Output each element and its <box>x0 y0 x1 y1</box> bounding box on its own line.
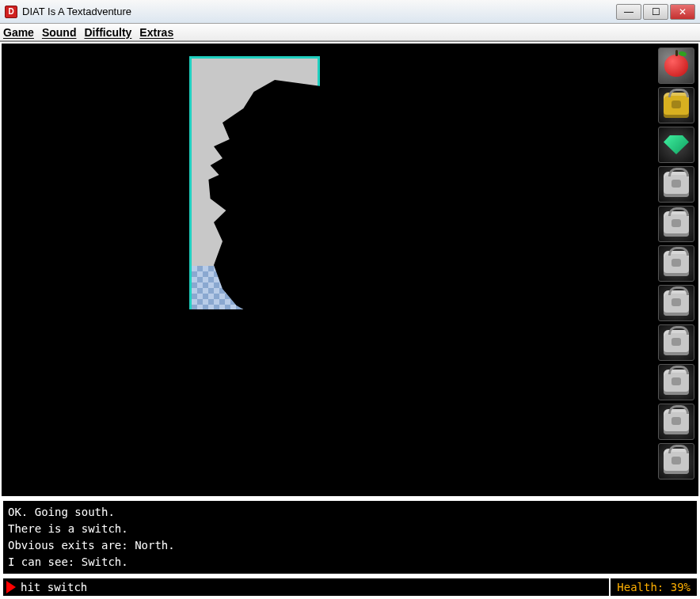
prompt-arrow-icon <box>6 581 16 593</box>
inventory-slot-gem[interactable] <box>658 127 694 163</box>
inventory-panel <box>658 47 694 480</box>
backpack-icon <box>664 172 689 197</box>
inventory-slot-empty[interactable] <box>658 245 694 282</box>
application-window: D DIAT Is A Textadventure — ☐ ✕ Game Sou… <box>0 0 700 599</box>
inventory-slot-empty[interactable] <box>658 324 694 361</box>
apple-icon <box>664 55 688 77</box>
menu-bar: Game Sound Difficulty Extras <box>0 24 700 41</box>
maximize-button[interactable]: ☐ <box>643 4 668 20</box>
inventory-slot-empty[interactable] <box>658 285 694 321</box>
backpack-icon <box>664 370 689 395</box>
inventory-slot-empty[interactable] <box>658 166 694 203</box>
text-log: OK. Going south. There is a switch. Obvi… <box>2 499 698 575</box>
window-controls: — ☐ ✕ <box>614 4 695 20</box>
inventory-slot-backpack-gold[interactable] <box>658 87 694 123</box>
inventory-slot-empty[interactable] <box>658 443 694 480</box>
game-area: OK. Going south. There is a switch. Obvi… <box>0 41 700 599</box>
menu-extras[interactable]: Extras <box>139 26 173 39</box>
backpack-icon <box>664 211 689 237</box>
app-icon: D <box>5 6 17 18</box>
inventory-slot-empty[interactable] <box>658 364 694 400</box>
inventory-slot-apple[interactable] <box>658 47 694 84</box>
command-input[interactable] <box>21 581 609 593</box>
backpack-icon <box>664 290 689 316</box>
backpack-icon <box>664 251 689 276</box>
scene-graphic <box>189 56 320 309</box>
backpack-icon <box>664 409 689 434</box>
health-status: Health: 39% <box>609 578 697 596</box>
menu-sound[interactable]: Sound <box>42 26 77 39</box>
gem-icon <box>664 135 689 154</box>
log-line: OK. Going south. <box>8 504 692 521</box>
backpack-icon <box>664 330 689 355</box>
titlebar[interactable]: D DIAT Is A Textadventure — ☐ ✕ <box>0 0 700 24</box>
menu-game[interactable]: Game <box>3 26 34 39</box>
log-line: There is a switch. <box>8 521 692 537</box>
scene-viewport <box>2 44 698 496</box>
close-button[interactable]: ✕ <box>670 4 695 20</box>
log-line: Obvious exits are: North. <box>8 537 692 554</box>
inventory-slot-empty[interactable] <box>658 404 694 440</box>
log-line: I can see: Switch. <box>8 554 692 571</box>
command-bar: Health: 39% <box>2 577 698 597</box>
menu-difficulty[interactable]: Difficulty <box>84 26 131 39</box>
inventory-slot-empty[interactable] <box>658 206 694 242</box>
window-title: DIAT Is A Textadventure <box>22 6 614 17</box>
backpack-icon <box>664 93 689 118</box>
minimize-button[interactable]: — <box>616 4 641 20</box>
backpack-icon <box>664 449 689 474</box>
